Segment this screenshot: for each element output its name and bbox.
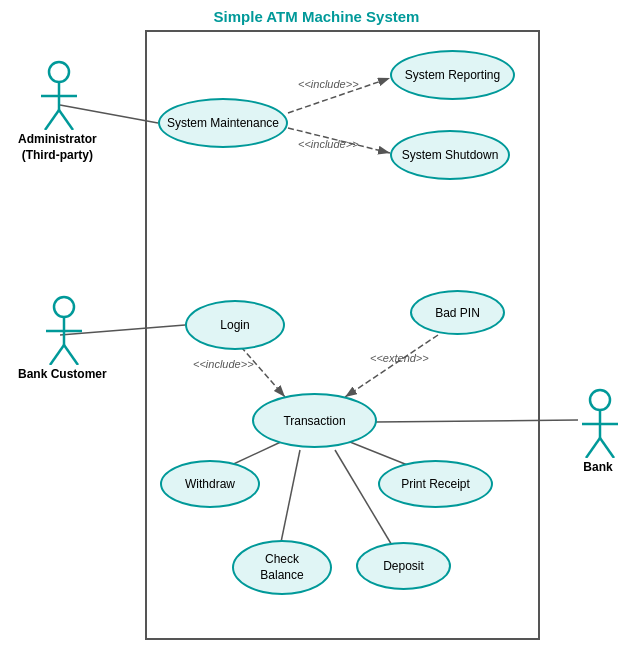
diagram-container: Simple ATM Machine System	[0, 0, 633, 656]
actor-bank: Bank	[578, 388, 618, 476]
bank-icon	[578, 388, 618, 458]
actor-administrator: Administrator(Third-party)	[18, 60, 97, 163]
usecase-system-maintenance: System Maintenance	[158, 98, 288, 148]
usecase-login: Login	[185, 300, 285, 350]
svg-line-21	[59, 110, 73, 130]
administrator-label: Administrator(Third-party)	[18, 132, 97, 163]
svg-line-30	[586, 438, 600, 458]
usecase-withdraw: Withdraw	[160, 460, 260, 508]
diagram-title: Simple ATM Machine System	[214, 8, 420, 25]
usecase-transaction: Transaction	[252, 393, 377, 448]
svg-point-17	[49, 62, 69, 82]
usecase-system-reporting: System Reporting	[390, 50, 515, 100]
administrator-icon	[37, 60, 77, 130]
svg-point-27	[590, 390, 610, 410]
svg-line-20	[45, 110, 59, 130]
usecase-print-receipt: Print Receipt	[378, 460, 493, 508]
svg-line-26	[64, 345, 78, 365]
bank-customer-label: Bank Customer	[18, 367, 107, 383]
bank-customer-icon	[42, 295, 82, 365]
usecase-bad-pin: Bad PIN	[410, 290, 505, 335]
svg-point-22	[54, 297, 74, 317]
usecase-check-balance: Check Balance	[232, 540, 332, 595]
usecase-system-shutdown: System Shutdown	[390, 130, 510, 180]
actor-bank-customer: Bank Customer	[18, 295, 107, 383]
bank-label: Bank	[583, 460, 612, 476]
svg-line-31	[600, 438, 614, 458]
svg-line-25	[50, 345, 64, 365]
usecase-deposit: Deposit	[356, 542, 451, 590]
